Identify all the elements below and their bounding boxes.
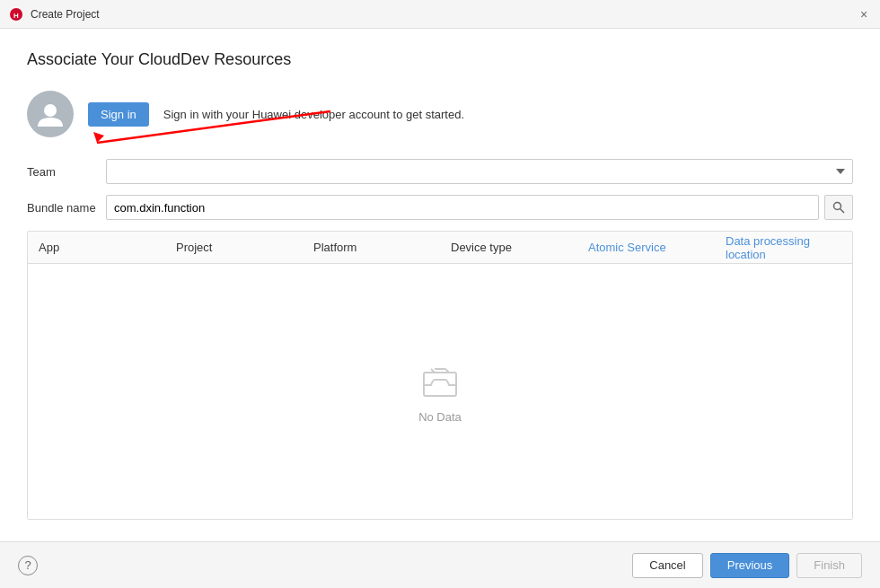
- bundle-name-input-wrapper: [106, 195, 853, 220]
- no-data-icon: [418, 360, 462, 403]
- signin-button[interactable]: Sign in: [88, 102, 149, 127]
- team-input-wrapper: [106, 159, 853, 184]
- svg-text:H: H: [13, 11, 19, 19]
- search-button[interactable]: [824, 195, 853, 220]
- svg-marker-4: [93, 132, 104, 143]
- table-header: App Project Platform Device type Atomic …: [28, 232, 852, 264]
- signin-description: Sign in with your Huawei developer accou…: [163, 108, 464, 121]
- search-icon: [832, 201, 845, 214]
- close-button[interactable]: ×: [857, 7, 871, 22]
- col-header-project: Project: [165, 241, 303, 254]
- dialog-footer: ? Cancel Previous Finish: [0, 541, 880, 588]
- footer-buttons: Cancel Previous Finish: [632, 553, 862, 578]
- col-header-atomic-service: Atomic Service: [577, 241, 715, 254]
- page-title: Associate Your CloudDev Resources: [27, 50, 853, 69]
- svg-line-6: [840, 209, 845, 214]
- title-bar-left: H Create Project: [9, 7, 100, 22]
- data-table: App Project Platform Device type Atomic …: [27, 231, 853, 520]
- avatar: [27, 91, 74, 137]
- col-header-platform: Platform: [303, 241, 440, 254]
- col-header-device-type: Device type: [440, 241, 577, 254]
- bundle-name-input[interactable]: [106, 195, 819, 220]
- signin-row: Sign in Sign in with your Huawei develop…: [27, 91, 853, 137]
- help-button[interactable]: ?: [18, 556, 38, 575]
- team-row: Team: [27, 159, 853, 184]
- bundle-name-row: Bundle name: [27, 195, 853, 220]
- cancel-button[interactable]: Cancel: [632, 553, 702, 578]
- col-header-data-processing: Data processing location: [715, 234, 852, 261]
- app-logo-icon: H: [9, 7, 23, 22]
- title-bar-title: Create Project: [31, 8, 100, 21]
- table-body: No Data: [28, 264, 852, 519]
- title-bar: H Create Project ×: [0, 0, 880, 29]
- svg-point-2: [44, 104, 57, 117]
- bundle-name-label: Bundle name: [27, 201, 99, 215]
- no-data-text: No Data: [418, 410, 462, 424]
- finish-button: Finish: [796, 553, 862, 578]
- previous-button[interactable]: Previous: [710, 553, 790, 578]
- dialog-body: Associate Your CloudDev Resources Sign i…: [0, 29, 880, 541]
- col-header-app: App: [28, 241, 165, 254]
- svg-point-5: [834, 203, 841, 210]
- team-label: Team: [27, 165, 99, 179]
- team-select[interactable]: [106, 159, 853, 184]
- avatar-icon: [36, 100, 65, 128]
